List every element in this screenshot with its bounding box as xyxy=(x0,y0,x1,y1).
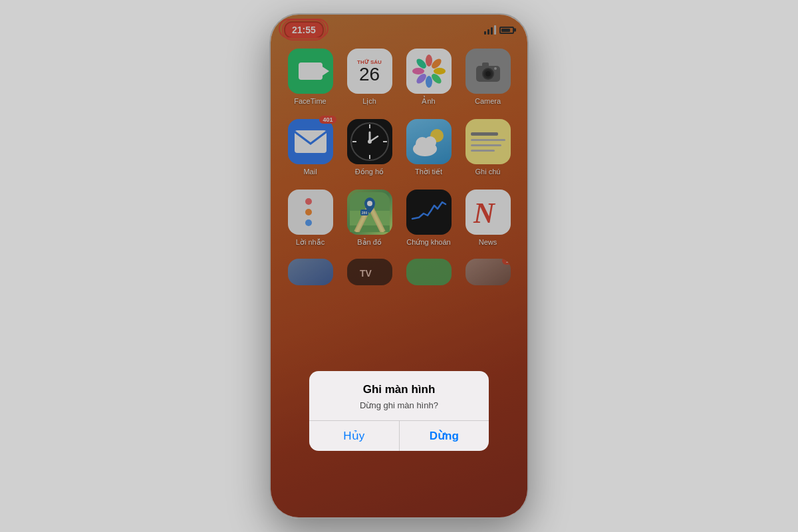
phone-screen: 21:55 FaceTime xyxy=(271,15,527,517)
dialog-content: Ghi màn hình Dừng ghi màn hình? xyxy=(309,371,489,420)
dialog-overlay: Ghi màn hình Dừng ghi màn hình? Hủy Dừng xyxy=(271,15,527,517)
dialog-confirm-button[interactable]: Dừng xyxy=(400,421,489,451)
dialog-buttons: Hủy Dừng xyxy=(309,420,489,451)
screen-record-dialog: Ghi màn hình Dừng ghi màn hình? Hủy Dừng xyxy=(309,371,489,451)
dialog-message: Dừng ghi màn hình? xyxy=(323,400,475,410)
phone-frame: 21:55 FaceTime xyxy=(269,13,529,519)
dialog-title: Ghi màn hình xyxy=(323,383,475,396)
dialog-cancel-button[interactable]: Hủy xyxy=(309,421,400,451)
